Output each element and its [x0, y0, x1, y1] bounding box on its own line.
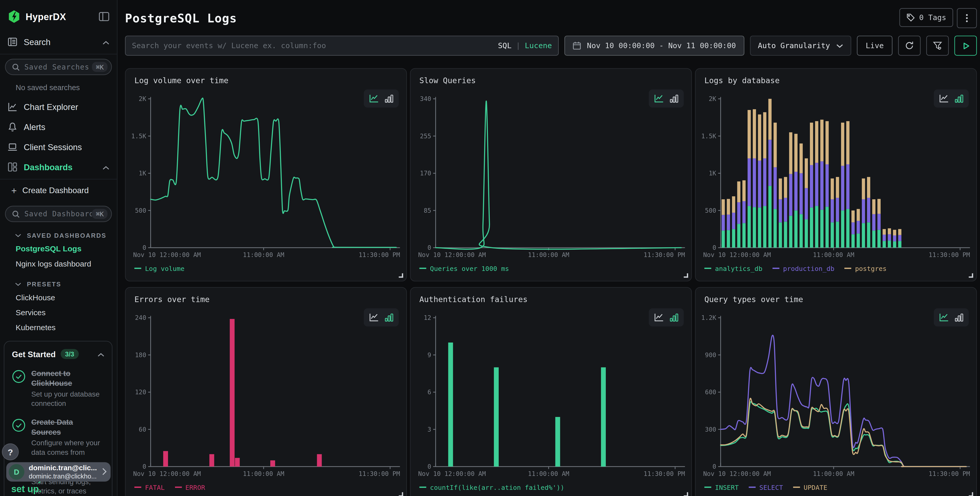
sidebar-dashboard-postgresql-logs[interactable]: PostgreSQL Logs — [0, 241, 117, 256]
bar-chart-mode-icon[interactable] — [670, 94, 679, 103]
chart-plot-logs-by-database[interactable]: 2K1.5K1K5000 — [702, 93, 970, 250]
saved-dashboards-section-header[interactable]: SAVED DASHBOARDS — [0, 226, 117, 241]
sidebar-item-dashboards[interactable]: Dashboards — [0, 157, 117, 180]
sidebar-item-label: Alerts — [24, 122, 45, 132]
chart-legend: Queries over 1000 ms — [420, 265, 509, 272]
shortcut-badge: ⌘K — [92, 209, 108, 219]
chart-plot-auth-failures[interactable]: 129630 — [417, 311, 685, 469]
chart-plot-errors-over-time[interactable]: 240180120600 — [132, 311, 400, 469]
panel-resize-handle[interactable] — [399, 492, 403, 496]
lang-lucene[interactable]: Lucene — [525, 41, 552, 50]
event-search-input[interactable]: Search your events w/ Lucene ex. column:… — [125, 35, 559, 56]
saved-searches-input[interactable]: Saved Searches ⌘K — [5, 59, 112, 75]
legend-swatch — [749, 486, 756, 488]
legend-item[interactable]: Log volume — [134, 265, 185, 272]
play-icon — [961, 41, 970, 50]
legend-item[interactable]: ERROR — [175, 483, 205, 491]
user-email-primary: dominic.tran@clic... — [29, 464, 102, 472]
sidebar-preset-kubernetes[interactable]: Kubernetes — [0, 320, 117, 335]
chart-plot-log-volume[interactable]: 2K1.5K1K5000 — [132, 93, 400, 250]
presets-section-header[interactable]: PRESETS — [0, 275, 117, 290]
sidebar-item-label: Dashboards — [24, 162, 73, 172]
query-language-toggle[interactable]: SQL | Lucene — [498, 41, 552, 50]
sidebar-item-alerts[interactable]: Alerts — [0, 117, 117, 137]
svg-text:500: 500 — [705, 207, 716, 214]
user-account-chip[interactable]: D dominic.tran@clic... dominic.tran@clic… — [6, 462, 111, 482]
chevron-up-icon[interactable] — [97, 348, 105, 360]
sidebar-dashboard-nginx[interactable]: Nginx logs dashboard — [0, 257, 117, 271]
main-content: PostgreSQL Logs 0 Tags Search your event… — [118, 0, 980, 496]
run-query-button[interactable] — [954, 35, 977, 56]
x-axis-labels: Nov 10 12:00:00 AM11:00:00 AM11:30:00 PM — [417, 251, 685, 260]
bar-chart-mode-icon[interactable] — [385, 313, 394, 322]
panel-resize-handle[interactable] — [399, 273, 403, 278]
x-axis-labels: Nov 10 12:00:00 AM11:00:00 AM11:30:00 PM — [417, 470, 685, 479]
refresh-button[interactable] — [898, 35, 921, 56]
tags-button[interactable]: 0 Tags — [899, 8, 953, 27]
panel-resize-handle[interactable] — [684, 273, 688, 278]
chart-mode-toggle[interactable] — [934, 308, 969, 326]
sidebar-item-search[interactable]: Search — [0, 32, 117, 54]
chart-panel-logs-by-database: Logs by database2K1.5K1K5000Nov 10 12:00… — [695, 68, 977, 281]
lang-sql[interactable]: SQL — [498, 41, 512, 50]
svg-text:1K: 1K — [709, 169, 716, 177]
get-started-item-sources[interactable]: Create Data Sources Configure where your… — [12, 417, 104, 457]
bar-chart-mode-icon[interactable] — [385, 94, 394, 103]
more-menu-button[interactable] — [957, 8, 977, 28]
svg-text:9: 9 — [428, 351, 431, 359]
bar-chart-mode-icon[interactable] — [670, 313, 679, 322]
legend-label: production_db — [783, 265, 835, 272]
line-chart-mode-icon[interactable] — [369, 313, 379, 322]
line-chart-mode-icon[interactable] — [939, 313, 949, 322]
legend-item[interactable]: INSERT — [705, 483, 738, 491]
sidebar-collapse-icon[interactable] — [99, 12, 110, 21]
svg-text:2K: 2K — [709, 95, 716, 102]
sidebar-item-client-sessions[interactable]: Client Sessions — [0, 137, 117, 157]
get-started-item-desc: Configure where your data comes from — [31, 438, 104, 457]
get-started-item-connect[interactable]: Connect to ClickHouse Set up your databa… — [12, 368, 104, 408]
sidebar-item-chart-explorer[interactable]: Chart Explorer — [0, 97, 117, 117]
legend-item[interactable]: analytics_db — [705, 265, 762, 272]
live-button[interactable]: Live — [857, 35, 892, 56]
line-chart-mode-icon[interactable] — [654, 94, 664, 103]
chart-plot-query-types[interactable]: 1.2K9006003000 — [702, 311, 970, 469]
get-started-item-title: Create Data Sources — [31, 417, 104, 437]
panel-resize-handle[interactable] — [969, 273, 973, 278]
chart-mode-toggle[interactable] — [364, 89, 399, 107]
svg-text:60: 60 — [139, 426, 146, 433]
legend-item[interactable]: postgres — [845, 265, 886, 272]
get-started-item-title: Connect to ClickHouse — [31, 368, 104, 388]
svg-text:1K: 1K — [139, 169, 146, 177]
chart-mode-toggle[interactable] — [934, 89, 969, 107]
chart-plot-slow-queries[interactable]: 340255170850 — [417, 93, 685, 250]
line-chart-mode-icon[interactable] — [369, 94, 379, 103]
chart-mode-toggle[interactable] — [649, 89, 684, 107]
panel-resize-handle[interactable] — [969, 492, 973, 496]
chart-mode-toggle[interactable] — [649, 308, 684, 326]
saved-dashboards-input[interactable]: Saved Dashboards ⌘K — [5, 206, 112, 222]
legend-item[interactable]: FATAL — [134, 483, 165, 491]
legend-item[interactable]: Queries over 1000 ms — [420, 265, 509, 272]
legend-item[interactable]: SELECT — [749, 483, 783, 491]
legend-item[interactable]: UPDATE — [793, 483, 827, 491]
legend-label: UPDATE — [804, 483, 827, 491]
filter-edit-button[interactable] — [926, 35, 948, 56]
chart-title: Query types over time — [705, 295, 803, 304]
panel-resize-handle[interactable] — [684, 492, 688, 496]
granularity-select[interactable]: Auto Granularity — [750, 35, 851, 56]
help-button[interactable]: ? — [2, 443, 19, 461]
legend-label: INSERT — [715, 483, 738, 491]
legend-item[interactable]: countIf(like(arr..ation failed%')) — [420, 483, 565, 491]
brand-name: HyperDX — [26, 11, 66, 22]
calendar-icon — [573, 41, 581, 50]
date-range-picker[interactable]: Nov 10 00:00:00 - Nov 11 00:00:00 — [565, 35, 744, 56]
bar-chart-mode-icon[interactable] — [954, 94, 964, 103]
sidebar-preset-services[interactable]: Services — [0, 305, 117, 320]
line-chart-mode-icon[interactable] — [654, 313, 664, 322]
bar-chart-mode-icon[interactable] — [954, 313, 964, 322]
legend-item[interactable]: production_db — [772, 265, 834, 272]
create-dashboard-button[interactable]: + Create Dashboard — [0, 180, 117, 201]
chart-mode-toggle[interactable] — [364, 308, 399, 326]
line-chart-mode-icon[interactable] — [939, 94, 949, 103]
sidebar-preset-clickhouse[interactable]: ClickHouse — [0, 290, 117, 305]
